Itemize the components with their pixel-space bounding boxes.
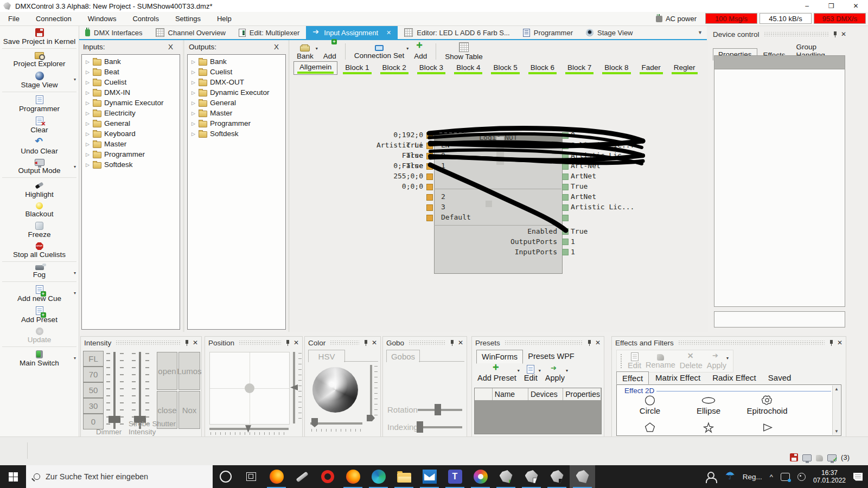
- shutter-lumos-button[interactable]: Lumos: [178, 352, 200, 390]
- tree-item-dynamic-executor[interactable]: ▷Dynamic Executor: [82, 98, 180, 108]
- tree-item-keyboard[interactable]: ▷Keyboard: [82, 129, 180, 139]
- block-tab-block-7[interactable]: Block 7: [562, 62, 597, 75]
- scroll-down-icon[interactable]: ▼: [834, 429, 839, 434]
- dimmer-fader-handle[interactable]: [108, 416, 120, 423]
- toolbar-add-button[interactable]: Add: [319, 42, 341, 61]
- sidebar-item-add-new-cue[interactable]: Add new Cue▾: [0, 283, 79, 304]
- effect-shape-play[interactable]: [744, 422, 790, 433]
- start-button[interactable]: [0, 465, 26, 488]
- tab-input-assignment[interactable]: Input Assignment✕: [306, 26, 398, 39]
- expand-caret-icon[interactable]: ▷: [86, 142, 90, 147]
- dropdown-caret-icon[interactable]: ▾: [74, 271, 76, 275]
- value-slider[interactable]: [370, 365, 372, 419]
- tree-splitter[interactable]: [183, 40, 184, 332]
- presets-edit-button[interactable]: Edit: [522, 365, 540, 382]
- gobos-tab[interactable]: Gobos: [386, 350, 420, 362]
- tree-item-cuelist[interactable]: ▷Cuelist: [82, 77, 180, 87]
- canvas-splitter[interactable]: [288, 40, 290, 332]
- tab-editor-led-l-add-6-farb-s[interactable]: Editor: LED L ADD 6 Farb S...: [398, 26, 516, 39]
- dropdown-caret-icon[interactable]: ▾: [74, 164, 76, 169]
- taskbar-app-dmx-play[interactable]: ▶: [493, 465, 519, 488]
- toolbar-bank-button[interactable]: Bank: [292, 43, 318, 61]
- effect-shape-ellipse[interactable]: Ellipse: [685, 395, 732, 415]
- input-port[interactable]: [426, 132, 433, 139]
- device-tray-icon[interactable]: [781, 473, 790, 481]
- sidebar-item-clear[interactable]: Clear: [0, 114, 79, 136]
- sidebar-item-undo-clear[interactable]: Undo Clear: [0, 136, 79, 157]
- pad-position-dot[interactable]: [245, 383, 254, 393]
- sidebar-item-highlight[interactable]: Highlight: [0, 179, 79, 200]
- expand-caret-icon[interactable]: ▷: [86, 69, 90, 75]
- tab-list-caret-icon[interactable]: ▼: [698, 30, 707, 35]
- tree-item-beat[interactable]: ▷Beat: [82, 67, 180, 77]
- tree-item-master[interactable]: ▷Master: [82, 139, 180, 149]
- menu-file[interactable]: File: [0, 15, 28, 23]
- expand-caret-icon[interactable]: ▷: [192, 131, 196, 137]
- block-tab-block-4[interactable]: Block 4: [451, 62, 486, 75]
- dropdown-caret-icon[interactable]: ▾: [74, 77, 76, 82]
- tree-item-dynamic-executor[interactable]: ▷Dynamic Executor: [188, 87, 285, 98]
- dropdown-caret-icon[interactable]: ▾: [74, 356, 76, 361]
- indexing-slider[interactable]: [418, 426, 462, 428]
- tree-item-electricity[interactable]: ▷Electricity: [82, 108, 180, 118]
- outputs-close-button[interactable]: X: [274, 43, 284, 51]
- tree-item-general[interactable]: ▷General: [188, 98, 285, 108]
- expand-caret-icon[interactable]: ▷: [86, 121, 90, 126]
- output-port[interactable]: [562, 143, 569, 149]
- tree-item-bank[interactable]: ▷Bank: [82, 56, 180, 67]
- tree-item-programmer[interactable]: ▷Programmer: [188, 118, 285, 129]
- tab-stage-view[interactable]: Stage View: [579, 26, 640, 39]
- menu-windows[interactable]: Windows: [80, 15, 125, 23]
- taskbar-app-wrench[interactable]: [289, 465, 315, 488]
- sidebar-item-stage-view[interactable]: Stage View▾: [0, 69, 79, 91]
- expand-caret-icon[interactable]: ▷: [86, 131, 90, 137]
- input-port[interactable]: [426, 143, 433, 149]
- input-port[interactable]: [426, 174, 433, 180]
- indexing-slider-handle[interactable]: [417, 421, 423, 433]
- color-close-button[interactable]: ✕: [372, 339, 377, 346]
- taskbar-app-firefox[interactable]: [340, 465, 366, 488]
- tree-item-master[interactable]: ▷Master: [188, 108, 285, 118]
- sidebar-item-programmer[interactable]: Programmer: [0, 93, 79, 114]
- effects-rename-button[interactable]: Rename: [643, 353, 678, 369]
- intensity-50-button[interactable]: 50: [83, 382, 104, 398]
- input-port[interactable]: [426, 204, 433, 211]
- expand-caret-icon[interactable]: ▷: [192, 80, 196, 85]
- tab-programmer[interactable]: Programmer: [516, 26, 579, 39]
- taskbar-app-firefox[interactable]: [264, 465, 289, 488]
- camera-tray-icon[interactable]: [797, 473, 806, 481]
- dropdown-caret-icon[interactable]: ▾: [539, 368, 541, 373]
- input-port[interactable]: [426, 184, 433, 190]
- pin-icon[interactable]: [184, 339, 189, 346]
- toolbar-connection-set-button[interactable]: Connection Set: [350, 43, 409, 60]
- output-port[interactable]: [562, 153, 569, 159]
- effects-tab-radix-effect[interactable]: Radix Effect: [707, 371, 762, 383]
- effects-tab-effect[interactable]: Effect: [616, 371, 649, 384]
- pan-tilt-pad[interactable]: [209, 352, 290, 425]
- taskbar-app-teams[interactable]: [442, 465, 468, 488]
- block-tab-block-5[interactable]: Block 5: [488, 62, 522, 75]
- effect-shape-circle[interactable]: Circle: [627, 395, 673, 415]
- inputs-close-button[interactable]: X: [168, 43, 178, 51]
- sidebar-item-stop-all-cuelists[interactable]: Stop all Cuelists: [0, 240, 79, 260]
- pin-icon[interactable]: [450, 339, 455, 346]
- expand-caret-icon[interactable]: ▷: [192, 69, 196, 75]
- tab-close-icon[interactable]: ✕: [386, 29, 391, 36]
- toolbar-add-button[interactable]: Add: [410, 42, 431, 61]
- ac-power[interactable]: AC power: [656, 15, 697, 23]
- output-port[interactable]: [562, 174, 569, 180]
- block-tab-allgemein[interactable]: Allgemein: [293, 61, 337, 75]
- tree-item-softdesk[interactable]: ▷Softdesk: [82, 159, 180, 170]
- input-port[interactable]: [426, 153, 433, 159]
- input-port[interactable]: [426, 194, 433, 201]
- pin-icon[interactable]: [829, 339, 834, 346]
- task-view-button[interactable]: [238, 465, 264, 488]
- weather-umbrella-icon[interactable]: [724, 470, 735, 484]
- effects-apply-button[interactable]: Apply: [705, 352, 729, 370]
- sidebar-item-output-mode[interactable]: Output Mode▾: [0, 157, 79, 176]
- save-status-icon[interactable]: [790, 453, 798, 461]
- pin-icon[interactable]: [833, 31, 838, 38]
- effect-shape-epitrochoid[interactable]: Epitrochoid: [744, 395, 790, 415]
- taskbar-app-paint[interactable]: [468, 465, 493, 488]
- saturation-slider[interactable]: [310, 422, 362, 425]
